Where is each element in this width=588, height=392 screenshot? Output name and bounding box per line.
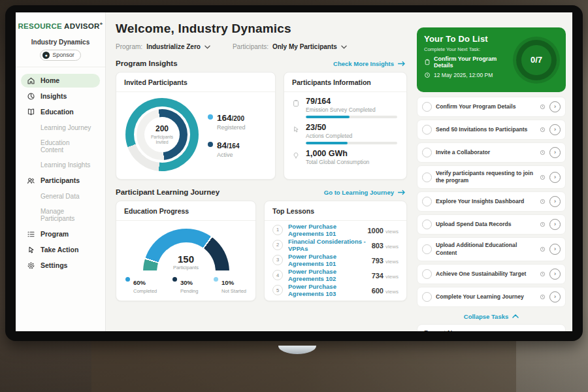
lesson-link[interactable]: Financial Considerations - VPPAs: [288, 238, 367, 252]
sidebar-item-program[interactable]: Program: [21, 227, 100, 241]
views-suffix: views: [385, 259, 399, 265]
main-content: Welcome, Industry Dynamics Program: Indu…: [106, 12, 414, 331]
completed-value: 60%: [133, 279, 146, 286]
lesson-row: 2 Financial Considerations - VPPAs 803vi…: [272, 238, 399, 252]
registered-label: Registered: [217, 124, 246, 131]
task-open-chevron[interactable]: ›: [549, 124, 561, 135]
registered-total: /200: [232, 115, 244, 122]
clock-icon: [540, 150, 546, 155]
gauge-legend: 60% Completed 30% Pending 10% Not Starte…: [116, 270, 255, 294]
cursor-action-icon: [292, 125, 300, 133]
dashboard-screen: RESOURCE ADVISOR+ Industry Dynamics ● Sp…: [16, 12, 572, 331]
legend-dot-registered: [208, 114, 213, 120]
global-consumption-label: Total Global Consumption: [306, 159, 397, 165]
organization-name: Industry Dynamics: [16, 39, 105, 46]
invited-participants-title: Invited Participants: [116, 73, 275, 92]
legend-dot-active: [208, 142, 213, 147]
sidebar-item-label: Program: [41, 230, 69, 238]
completed-label: Completed: [133, 288, 157, 294]
lesson-rank: 3: [272, 255, 283, 265]
todo-progress: 0/7: [513, 34, 560, 86]
go-to-learning-journey-label: Go to Learning Journey: [324, 189, 394, 196]
lesson-rank: 1: [272, 225, 283, 235]
donut-center-value: 200: [155, 124, 169, 133]
lesson-row: 5 Power Purchase Agreements 103 600views: [272, 283, 399, 297]
pending-value: 30%: [180, 279, 193, 286]
task-checkbox[interactable]: [422, 292, 432, 302]
views-suffix: views: [385, 274, 399, 280]
education-progress-card: Education Progress 150 Participants: [116, 201, 256, 301]
lesson-views: 1000: [368, 227, 384, 235]
sidebar-item-insights[interactable]: Insights: [21, 90, 100, 103]
check-more-insights-link[interactable]: Check More Insights: [333, 60, 406, 67]
sidebar: RESOURCE ADVISOR+ Industry Dynamics ● Sp…: [16, 12, 106, 331]
sidebar-item-home[interactable]: Home: [21, 74, 100, 88]
task-open-chevron[interactable]: ›: [549, 172, 561, 183]
todo-next-task[interactable]: Confirm Your Program Details: [424, 56, 510, 69]
task-row-invite-collaborator: Invite a Collaborator ›: [417, 142, 566, 163]
registered-value: 164: [217, 113, 232, 123]
task-open-chevron[interactable]: ›: [549, 269, 561, 280]
task-checkbox[interactable]: [422, 102, 432, 112]
participants-filter[interactable]: Participants: Only My Participants: [233, 43, 347, 50]
todo-subtitle: Complete Your Next Task:: [424, 46, 510, 52]
sidebar-item-manage-participants[interactable]: Manage Participants: [21, 205, 100, 225]
task-row-upload-spend-data: Upload Spend Data Records ›: [417, 214, 566, 235]
task-open-chevron[interactable]: ›: [549, 291, 561, 302]
gauge-center-value: 150: [143, 253, 229, 265]
task-checkbox[interactable]: [422, 125, 432, 135]
lesson-link[interactable]: Power Purchase Agreements 102: [288, 268, 367, 282]
task-open-chevron[interactable]: ›: [549, 147, 561, 158]
task-open-chevron[interactable]: ›: [549, 219, 561, 230]
learning-journey-title: Participant Learning Journey: [116, 188, 220, 196]
task-checkbox[interactable]: [422, 220, 432, 229]
sidebar-item-take-action[interactable]: Take Action: [21, 243, 100, 257]
sidebar-item-settings[interactable]: Settings: [21, 259, 100, 272]
todo-due: 12 May 2025, 12:00 PM: [424, 72, 510, 78]
collapse-tasks-link[interactable]: Collapse Tasks: [417, 310, 566, 324]
task-checkbox[interactable]: [422, 148, 432, 157]
chevron-down-icon: [204, 45, 210, 49]
logo-secondary: ADVISOR: [64, 22, 100, 30]
program-insights-title: Program Insights: [116, 59, 178, 67]
task-open-chevron[interactable]: ›: [549, 101, 561, 112]
sidebar-item-education-content[interactable]: Education Content: [21, 137, 100, 156]
task-row-send-invitations: Send 50 Invitations to Participants ›: [417, 120, 566, 140]
sidebar-item-learning-journey[interactable]: Learning Journey: [21, 122, 100, 134]
go-to-learning-journey-link[interactable]: Go to Learning Journey: [324, 189, 406, 196]
actions-completed-progress-fill: [306, 142, 348, 144]
learning-journey-header: Participant Learning Journey Go to Learn…: [116, 188, 406, 196]
task-checkbox[interactable]: [422, 172, 432, 182]
donut-center: 200 Participants Invited: [144, 117, 180, 152]
active-label: Active: [217, 152, 240, 158]
filter-bar: Program: Industrialize Zero Participants…: [116, 43, 407, 50]
legend-dot-pending: [172, 277, 177, 282]
sidebar-item-label: Learning Insights: [41, 161, 90, 169]
task-checkbox[interactable]: [422, 244, 432, 254]
app-logo: RESOURCE ADVISOR+: [16, 21, 105, 30]
lesson-link[interactable]: Power Purchase Agreements 103: [288, 283, 367, 297]
legend-active: 84/164 Active: [208, 139, 246, 158]
sponsor-badge[interactable]: ● Sponsor: [40, 50, 81, 61]
task-checkbox[interactable]: [422, 269, 432, 279]
lesson-link[interactable]: Power Purchase Agreements 101: [288, 223, 363, 237]
todo-panel: Your To Do List Complete Your Next Task:…: [414, 12, 572, 331]
program-filter[interactable]: Program: Industrialize Zero: [116, 43, 210, 50]
sidebar-item-participants[interactable]: Participants: [21, 174, 100, 188]
emission-survey-value: 79/164: [306, 97, 397, 106]
task-open-chevron[interactable]: ›: [549, 196, 561, 207]
sidebar-item-education[interactable]: Education: [21, 105, 100, 119]
todo-task-list: Confirm Your Program Details › Send 50 I…: [417, 97, 566, 310]
education-progress-gauge-chart: 150 Participants: [143, 229, 229, 270]
check-more-insights-label: Check More Insights: [333, 60, 394, 67]
stat-global-consumption: 1,000 GWh Total Global Consumption: [284, 144, 406, 168]
task-checkbox[interactable]: [422, 197, 432, 206]
lesson-views: 734: [372, 272, 384, 280]
task-open-chevron[interactable]: ›: [549, 244, 561, 255]
program-filter-label: Program:: [116, 43, 142, 50]
sidebar-item-learning-insights[interactable]: Learning Insights: [21, 159, 100, 171]
sidebar-item-general-data[interactable]: General Data: [21, 190, 100, 203]
sidebar-item-label: Education: [41, 108, 74, 116]
lesson-link[interactable]: Power Purchase Agreements 101: [288, 253, 367, 267]
sidebar-item-label: Settings: [41, 261, 67, 269]
